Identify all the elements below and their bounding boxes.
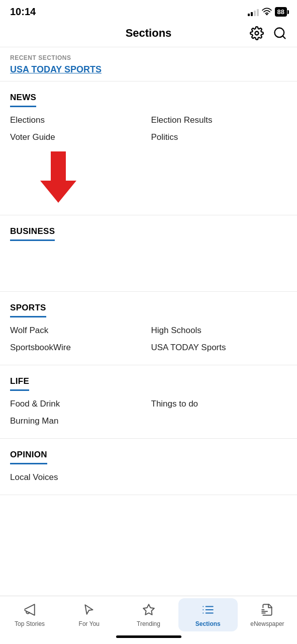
recent-label: RECENT SECTIONS [10,54,287,61]
gear-icon [250,26,264,40]
nav-items-container: Top Stories For You Trending [0,596,297,631]
header: Sections [0,22,297,47]
svg-marker-4 [143,604,154,615]
status-icons: 88 [248,7,287,17]
politics-link[interactable]: Politics [151,132,287,142]
nav-trending-label: Trending [137,620,160,627]
opinion-title: OPINION [10,450,47,464]
life-items: Food & Drink Things to do Burning Man [10,399,287,426]
cursor-icon [82,603,95,618]
opinion-section: OPINION Local Voices [0,439,297,495]
battery-icon: 88 [275,7,287,17]
local-voices-link[interactable]: Local Voices [10,472,146,482]
business-title: BUSINESS [10,226,55,241]
things-to-do-link[interactable]: Things to do [151,399,287,409]
arrow-head [40,181,76,203]
red-arrow [40,151,76,203]
high-schools-link[interactable]: High Schools [151,326,287,336]
arrow-annotation [10,142,287,203]
wolf-pack-link[interactable]: Wolf Pack [10,326,146,336]
recent-sections: RECENT SECTIONS USA TODAY SPORTS [0,47,297,82]
news-items: Elections Election Results Voter Guide P… [10,115,287,142]
page-title: Sections [126,27,172,40]
news-title: NEWS [10,93,36,107]
bottom-nav: Top Stories For You Trending [0,596,297,644]
recent-link[interactable]: USA TODAY SPORTS [10,64,102,74]
svg-point-0 [266,14,267,15]
svg-line-3 [282,36,285,38]
star-icon [142,603,155,618]
search-button[interactable] [271,24,289,42]
burning-man-link[interactable]: Burning Man [10,416,146,426]
business-section: BUSINESS [0,215,297,292]
svg-point-1 [255,32,259,35]
home-bar [116,635,181,638]
sports-items: Wolf Pack High Schools SportsbookWire US… [10,326,287,353]
voter-guide-link[interactable]: Voter Guide [10,132,146,142]
news-section: NEWS Elections Election Results Voter Gu… [0,82,297,215]
megaphone-icon [23,603,36,618]
life-title: LIFE [10,376,29,391]
nav-sections[interactable]: Sections [178,598,238,631]
search-icon [273,26,287,40]
header-actions [248,24,289,42]
nav-for-you-label: For You [79,620,100,627]
newspaper-icon [261,603,274,618]
status-bar: 10:14 88 [0,0,297,22]
opinion-items: Local Voices [10,472,287,482]
usa-today-sports-link[interactable]: USA TODAY Sports [151,343,287,353]
nav-top-stories-label: Top Stories [15,620,45,627]
nav-enewspaper-label: eNewspaper [250,620,284,627]
home-indicator [0,631,297,644]
sports-section: SPORTS Wolf Pack High Schools Sportsbook… [0,292,297,365]
status-time: 10:14 [10,6,36,18]
election-results-link[interactable]: Election Results [151,115,287,125]
nav-enewspaper[interactable]: eNewspaper [238,598,297,631]
nav-sections-label: Sections [195,620,221,627]
sportsbookwire-link[interactable]: SportsbookWire [10,343,146,353]
main-content: RECENT SECTIONS USA TODAY SPORTS NEWS El… [0,47,297,566]
sports-title: SPORTS [10,303,46,317]
wifi-icon [262,7,272,17]
nav-for-you[interactable]: For You [59,598,119,631]
signal-icon [248,8,259,16]
arrow-shaft [51,151,66,181]
food-drink-link[interactable]: Food & Drink [10,399,146,409]
nav-trending[interactable]: Trending [119,598,178,631]
settings-button[interactable] [248,24,266,42]
nav-top-stories[interactable]: Top Stories [0,598,59,631]
life-section: LIFE Food & Drink Things to do Burning M… [0,365,297,439]
business-items-empty [10,249,287,279]
list-icon [202,603,215,618]
elections-link[interactable]: Elections [10,115,146,125]
